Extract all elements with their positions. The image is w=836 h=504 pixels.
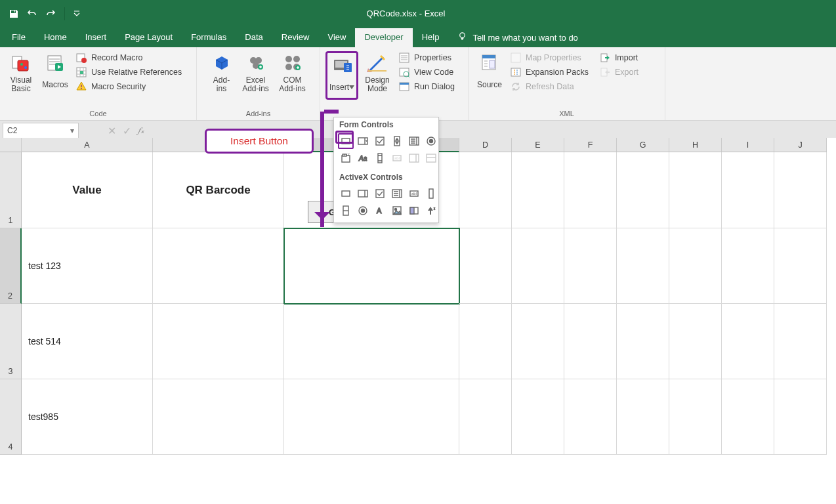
insert-control-button[interactable]: Insert bbox=[328, 54, 356, 97]
cell-J1[interactable] bbox=[774, 152, 827, 228]
cell-B2[interactable] bbox=[153, 228, 284, 304]
cell-C2[interactable] bbox=[284, 228, 459, 304]
cell-B4[interactable] bbox=[153, 379, 284, 455]
save-icon[interactable] bbox=[8, 8, 20, 20]
form-checkbox-control[interactable] bbox=[372, 133, 388, 149]
xml-import-button[interactable]: Import bbox=[597, 51, 640, 64]
qat-customize-icon[interactable] bbox=[73, 8, 81, 20]
tab-data[interactable]: Data bbox=[236, 28, 272, 47]
form-combobox-control[interactable] bbox=[355, 133, 371, 149]
cell-A3[interactable]: test 514 bbox=[22, 304, 153, 379]
cell-H3[interactable] bbox=[669, 304, 722, 379]
ax-label-control[interactable]: A bbox=[372, 203, 388, 219]
ax-optionbutton-control[interactable] bbox=[355, 203, 371, 219]
view-code-button[interactable]: View Code bbox=[396, 66, 457, 79]
cell-H4[interactable] bbox=[669, 379, 722, 455]
column-header-A[interactable]: A bbox=[22, 138, 153, 152]
cell-I3[interactable] bbox=[722, 304, 774, 379]
ax-checkbox-control[interactable] bbox=[372, 186, 388, 201]
macro-security-button[interactable]: Macro Security bbox=[73, 80, 184, 93]
cell-H2[interactable] bbox=[669, 228, 722, 304]
ax-image-control[interactable] bbox=[389, 203, 405, 219]
row-header-1[interactable]: 1 bbox=[0, 152, 22, 228]
form-button-control[interactable] bbox=[338, 133, 354, 149]
addins-button[interactable]: Add- ins bbox=[206, 51, 238, 94]
cell-G1[interactable] bbox=[617, 152, 669, 228]
cell-B3[interactable] bbox=[153, 304, 284, 379]
tab-formulas[interactable]: Formulas bbox=[182, 28, 236, 47]
redo-icon[interactable] bbox=[45, 8, 56, 20]
cell-D1[interactable] bbox=[459, 152, 512, 228]
excel-addins-button[interactable]: Excel Add-ins bbox=[240, 51, 272, 94]
cell-A1[interactable]: Value bbox=[22, 152, 153, 228]
cell-E2[interactable] bbox=[512, 228, 564, 304]
cell-E1[interactable] bbox=[512, 152, 564, 228]
cell-F4[interactable] bbox=[564, 379, 617, 455]
tab-insert[interactable]: Insert bbox=[76, 28, 116, 47]
record-macro-button[interactable]: Record Macro bbox=[73, 51, 184, 64]
xml-source-button[interactable]: Source bbox=[474, 51, 505, 94]
cell-C4[interactable] bbox=[284, 379, 459, 455]
tab-view[interactable]: View bbox=[318, 28, 355, 47]
use-relative-references-button[interactable]: Use Relative References bbox=[73, 66, 184, 79]
cell-A4[interactable]: test985 bbox=[22, 379, 153, 455]
column-header-G[interactable]: G bbox=[617, 138, 669, 152]
tab-review[interactable]: Review bbox=[272, 28, 319, 47]
run-dialog-button[interactable]: Run Dialog bbox=[396, 80, 457, 93]
cell-C3[interactable] bbox=[284, 304, 459, 379]
column-header-E[interactable]: E bbox=[512, 138, 564, 152]
column-header-J[interactable]: J bbox=[774, 138, 827, 152]
tell-me-search[interactable]: Tell me what you want to do bbox=[448, 32, 587, 47]
form-listbox-control[interactable] bbox=[406, 133, 422, 149]
cell-D2[interactable] bbox=[459, 228, 512, 304]
ax-commandbutton-control[interactable] bbox=[338, 186, 354, 201]
cell-D4[interactable] bbox=[459, 379, 512, 455]
row-header-4[interactable]: 4 bbox=[0, 379, 22, 455]
design-mode-button[interactable]: Design Mode bbox=[361, 51, 394, 94]
cell-D3[interactable] bbox=[459, 304, 512, 379]
cell-E3[interactable] bbox=[512, 304, 564, 379]
cell-I4[interactable] bbox=[722, 379, 774, 455]
cell-F2[interactable] bbox=[564, 228, 617, 304]
tab-developer[interactable]: Developer bbox=[355, 28, 412, 47]
fx-icon[interactable]: 𝑓ₓ bbox=[138, 125, 144, 136]
cell-H1[interactable] bbox=[669, 152, 722, 228]
tab-home[interactable]: Home bbox=[35, 28, 76, 47]
cell-A2[interactable]: test 123 bbox=[22, 228, 153, 304]
ax-morecontrols-control[interactable] bbox=[423, 203, 439, 219]
form-groupbox-control[interactable]: XYZ bbox=[338, 150, 354, 166]
undo-icon[interactable] bbox=[26, 8, 38, 20]
name-box-dropdown-icon[interactable]: ▾ bbox=[70, 126, 74, 135]
cell-I1[interactable] bbox=[722, 152, 774, 228]
form-label-control[interactable]: Aa bbox=[355, 150, 371, 166]
row-header-2[interactable]: 2 bbox=[0, 228, 22, 304]
ax-textbox-control[interactable]: abl bbox=[406, 186, 422, 201]
cell-I2[interactable] bbox=[722, 228, 774, 304]
column-header-F[interactable]: F bbox=[564, 138, 617, 152]
name-box[interactable]: C2 ▾ bbox=[3, 123, 79, 138]
tab-file[interactable]: File bbox=[3, 28, 35, 47]
form-spinbutton-control[interactable] bbox=[389, 133, 405, 149]
cell-J2[interactable] bbox=[774, 228, 827, 304]
column-header-D[interactable]: D bbox=[459, 138, 512, 152]
cell-G4[interactable] bbox=[617, 379, 669, 455]
visual-basic-button[interactable]: Visual Basic bbox=[5, 51, 37, 94]
ax-combobox-control[interactable] bbox=[355, 186, 371, 201]
cell-B1[interactable]: QR Barcode bbox=[153, 152, 284, 228]
tab-page-layout[interactable]: Page Layout bbox=[115, 28, 182, 47]
cell-G2[interactable] bbox=[617, 228, 669, 304]
expansion-packs-button[interactable]: Expansion Packs bbox=[508, 66, 591, 79]
form-scrollbar-control[interactable] bbox=[372, 150, 388, 166]
cell-F1[interactable] bbox=[564, 152, 617, 228]
com-addins-button[interactable]: COM Add-ins bbox=[274, 51, 311, 94]
cell-G3[interactable] bbox=[617, 304, 669, 379]
cell-F3[interactable] bbox=[564, 304, 617, 379]
macros-button[interactable]: Macros bbox=[39, 51, 71, 94]
ax-scrollbar-control[interactable] bbox=[423, 186, 439, 201]
column-header-I[interactable]: I bbox=[722, 138, 774, 152]
form-optionbutton-control[interactable] bbox=[423, 133, 439, 149]
cell-J4[interactable] bbox=[774, 379, 827, 455]
cell-E4[interactable] bbox=[512, 379, 564, 455]
tab-help[interactable]: Help bbox=[413, 28, 449, 47]
properties-button[interactable]: Properties bbox=[396, 51, 457, 64]
